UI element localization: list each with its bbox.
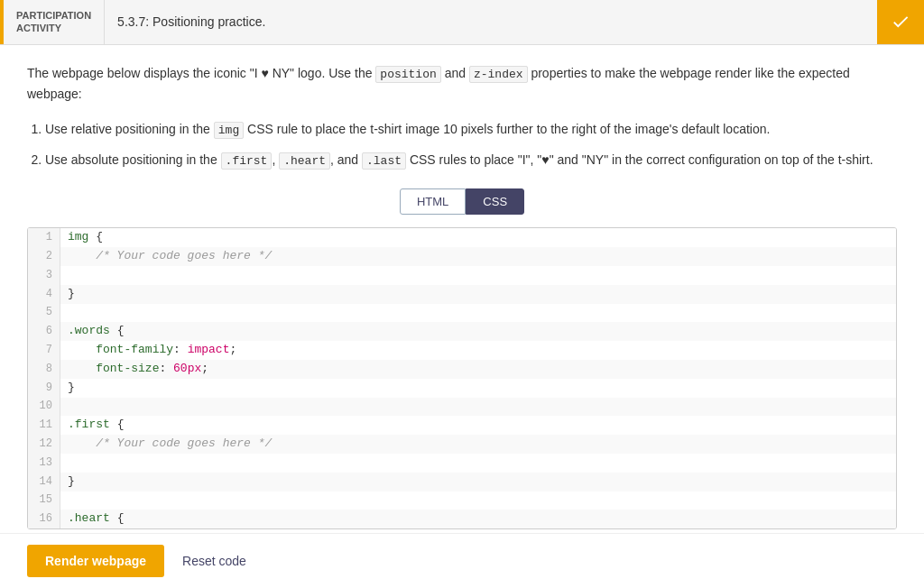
tab-css[interactable]: CSS	[466, 188, 524, 215]
activity-title: 5.3.7: Positioning practice.	[104, 0, 877, 44]
line-code-9: }	[60, 379, 896, 398]
line-code-4: }	[60, 285, 896, 304]
code-line-11: 11 .first {	[28, 416, 896, 435]
code-line-15: 15	[28, 492, 896, 510]
code-zindex: z-index	[469, 66, 528, 83]
line-code-15	[60, 492, 896, 510]
line-num-8: 8	[28, 360, 60, 379]
code-line-13: 13	[28, 454, 896, 473]
code-line-3: 3	[28, 266, 896, 285]
code-line-14: 14 }	[28, 473, 896, 492]
intro-paragraph: The webpage below displays the iconic "I…	[27, 63, 897, 105]
line-num-5: 5	[28, 304, 60, 323]
code-line-8: 8 font-size: 60px;	[28, 360, 896, 379]
reset-button[interactable]: Reset code	[182, 554, 246, 568]
line-code-8: font-size: 60px;	[60, 360, 896, 379]
code-position: position	[375, 66, 440, 83]
code-line-7: 7 font-family: impact;	[28, 341, 896, 360]
line-code-16: .heart {	[60, 510, 896, 528]
line-num-4: 4	[28, 285, 60, 304]
instructions-list: Use relative positioning in the img CSS …	[27, 119, 897, 171]
code-line-10: 10	[28, 398, 896, 417]
code-last: .last	[362, 152, 406, 170]
line-code-7: font-family: impact;	[60, 341, 896, 360]
line-num-1: 1	[28, 228, 60, 247]
header-bar: PARTICIPATION ACTIVITY 5.3.7: Positionin…	[0, 0, 924, 45]
content-area: The webpage below displays the iconic "I…	[0, 45, 924, 539]
check-icon	[891, 12, 910, 32]
line-code-1: img {	[60, 228, 896, 247]
instruction-2: Use absolute positioning in the .first, …	[45, 150, 897, 171]
line-num-3: 3	[28, 266, 60, 285]
code-line-4: 4 }	[28, 285, 896, 304]
line-num-7: 7	[28, 341, 60, 360]
line-num-13: 13	[28, 454, 60, 473]
line-num-12: 12	[28, 435, 60, 454]
footer-bar: Render webpage Reset code	[0, 533, 924, 588]
code-heart: .heart	[279, 152, 330, 170]
line-num-6: 6	[28, 322, 60, 341]
line-num-9: 9	[28, 379, 60, 398]
page-wrapper: PARTICIPATION ACTIVITY 5.3.7: Positionin…	[0, 0, 924, 588]
code-line-1: 1 img {	[28, 228, 896, 247]
line-num-2: 2	[28, 247, 60, 266]
tab-bar: HTML CSS	[27, 188, 897, 215]
line-code-5	[60, 304, 896, 323]
tab-html[interactable]: HTML	[400, 188, 466, 215]
instruction-1: Use relative positioning in the img CSS …	[45, 119, 897, 141]
line-num-11: 11	[28, 416, 60, 435]
code-line-5: 5	[28, 304, 896, 323]
line-num-15: 15	[28, 492, 60, 510]
line-code-2: /* Your code goes here */	[60, 247, 896, 266]
code-editor[interactable]: 1 img { 2 /* Your code goes here */ 3 4 …	[27, 227, 897, 529]
line-code-12: /* Your code goes here */	[60, 435, 896, 454]
line-num-14: 14	[28, 473, 60, 492]
line-code-14: }	[60, 473, 896, 492]
render-button[interactable]: Render webpage	[27, 545, 164, 577]
code-img: img	[214, 122, 244, 139]
participation-label: PARTICIPATION ACTIVITY	[0, 0, 104, 44]
code-line-9: 9 }	[28, 379, 896, 398]
code-line-16: 16 .heart {	[28, 510, 896, 528]
code-line-12: 12 /* Your code goes here */	[28, 435, 896, 454]
line-code-3	[60, 266, 896, 285]
line-num-10: 10	[28, 398, 60, 417]
line-code-11: .first {	[60, 416, 896, 435]
line-code-6: .words {	[60, 322, 896, 341]
code-first: .first	[221, 152, 273, 170]
line-num-16: 16	[28, 510, 60, 528]
check-button[interactable]	[877, 0, 924, 44]
code-line-2: 2 /* Your code goes here */	[28, 247, 896, 266]
code-line-6: 6 .words {	[28, 322, 896, 341]
line-code-13	[60, 454, 896, 473]
line-code-10	[60, 398, 896, 417]
